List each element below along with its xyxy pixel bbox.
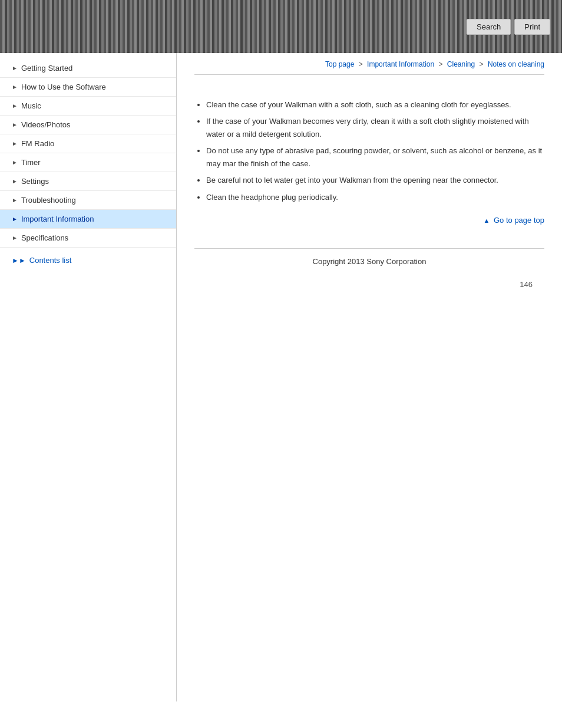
contents-list-link[interactable]: ►► Contents list: [0, 250, 176, 271]
go-to-top[interactable]: ▲ Go to page top: [194, 216, 544, 225]
go-to-top-link[interactable]: ▲ Go to page top: [483, 216, 544, 225]
sidebar: ► Getting Started ► How to Use the Softw…: [0, 53, 177, 701]
breadcrumb-top-page[interactable]: Top page: [325, 60, 354, 68]
breadcrumb-cleaning[interactable]: Cleaning: [447, 60, 475, 68]
content-area: Top page > Important Information > Clean…: [177, 53, 562, 701]
main-container: ► Getting Started ► How to Use the Softw…: [0, 53, 562, 701]
arrow-icon-important-info: ►: [12, 216, 18, 222]
sidebar-item-label: Settings: [21, 177, 49, 186]
sidebar-item-label: How to Use the Software: [21, 83, 106, 91]
page-number: 146: [194, 274, 544, 295]
sidebar-item-fm-radio[interactable]: ► FM Radio: [0, 134, 176, 153]
arrow-icon-fm-radio: ►: [12, 140, 18, 147]
go-to-top-label: Go to page top: [494, 216, 544, 225]
copyright: Copyright 2013 Sony Corporation: [194, 249, 544, 274]
sidebar-item-label: Getting Started: [21, 64, 72, 73]
arrow-icon-settings: ►: [12, 178, 18, 185]
search-button[interactable]: Search: [467, 19, 511, 35]
arrow-right-icon: ►►: [12, 256, 26, 265]
sidebar-item-label: FM Radio: [21, 139, 54, 148]
sidebar-item-label: Videos/Photos: [21, 120, 71, 129]
arrow-icon-troubleshooting: ►: [12, 197, 18, 203]
list-item: Be careful not to let water get into you…: [206, 174, 544, 187]
sidebar-item-music[interactable]: ► Music: [0, 97, 176, 116]
sidebar-item-label: Specifications: [21, 233, 68, 242]
header-buttons: Search Print: [467, 19, 550, 35]
breadcrumb-important-information[interactable]: Important Information: [367, 60, 434, 68]
arrow-icon-music: ►: [12, 103, 18, 109]
arrow-icon-timer: ►: [12, 159, 18, 166]
sidebar-item-settings[interactable]: ► Settings: [0, 172, 176, 191]
sidebar-item-label: Music: [21, 101, 41, 110]
sidebar-item-how-to-use-software[interactable]: ► How to Use the Software: [0, 78, 176, 97]
sidebar-item-label: Troubleshooting: [21, 196, 76, 205]
sidebar-item-important-information[interactable]: ► Important Information: [0, 210, 176, 229]
sidebar-item-label: Important Information: [21, 215, 94, 223]
list-item: Clean the headphone plug periodically.: [206, 191, 544, 204]
list-item: Do not use any type of abrasive pad, sco…: [206, 144, 544, 170]
breadcrumb-notes-cleaning[interactable]: Notes on cleaning: [488, 60, 544, 68]
list-item: If the case of your Walkman becomes very…: [206, 115, 544, 141]
arrow-icon-videos-photos: ►: [12, 121, 18, 128]
print-button[interactable]: Print: [514, 19, 550, 35]
contents-list-label: Contents list: [29, 256, 72, 265]
sidebar-item-timer[interactable]: ► Timer: [0, 153, 176, 172]
breadcrumb-separator-3: >: [480, 60, 484, 68]
sidebar-item-videos-photos[interactable]: ► Videos/Photos: [0, 116, 176, 134]
breadcrumb-separator-2: >: [438, 60, 442, 68]
sidebar-item-getting-started[interactable]: ► Getting Started: [0, 59, 176, 78]
content-body: Clean the case of your Walkman with a so…: [194, 93, 544, 230]
list-item: Clean the case of your Walkman with a so…: [206, 98, 544, 111]
sidebar-item-troubleshooting[interactable]: ► Troubleshooting: [0, 191, 176, 210]
breadcrumb-separator-1: >: [359, 60, 363, 68]
arrow-icon-how-to-use: ►: [12, 84, 18, 90]
header-bar: Search Print: [0, 0, 562, 53]
arrow-icon-getting-started: ►: [12, 65, 18, 71]
triangle-up-icon: ▲: [483, 217, 490, 224]
sidebar-item-label: Timer: [21, 158, 41, 167]
breadcrumb: Top page > Important Information > Clean…: [194, 53, 544, 75]
sidebar-item-specifications[interactable]: ► Specifications: [0, 229, 176, 248]
arrow-icon-specifications: ►: [12, 235, 18, 241]
cleaning-notes-list: Clean the case of your Walkman with a so…: [194, 98, 544, 204]
